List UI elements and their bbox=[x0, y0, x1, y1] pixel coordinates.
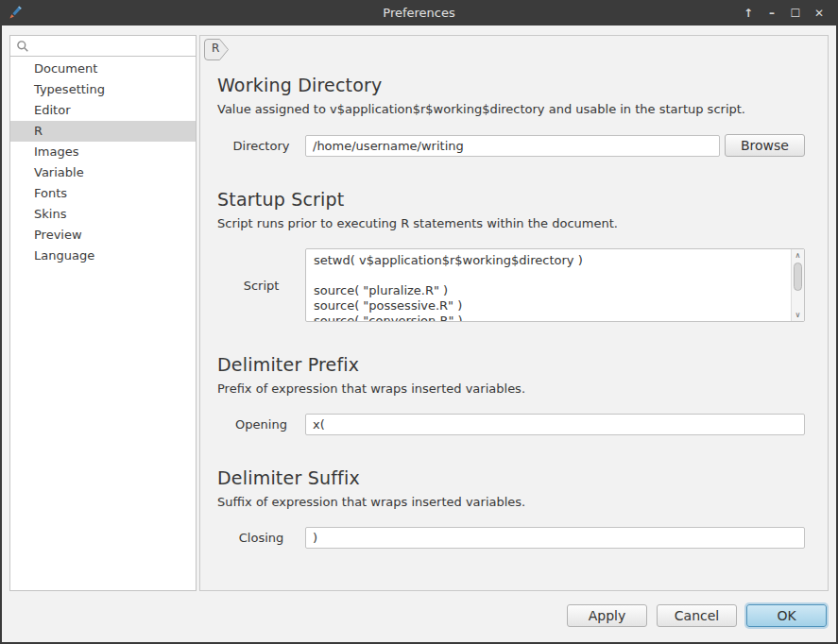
scrollbar-thumb[interactable] bbox=[794, 263, 802, 291]
search-icon bbox=[16, 40, 29, 53]
dialog-footer: Apply Cancel OK bbox=[2, 591, 836, 640]
section-desc-delimiter-suffix: Suffix of expression that wraps inserted… bbox=[217, 495, 805, 509]
settings-nav: Document Typesetting Editor R Images Var… bbox=[10, 57, 196, 266]
sidebar-item-typesetting[interactable]: Typesetting bbox=[10, 79, 196, 100]
script-label: Script bbox=[217, 279, 305, 293]
section-title-delimiter-prefix: Delimiter Prefix bbox=[217, 354, 805, 375]
closing-row: Closing bbox=[217, 527, 805, 549]
sidebar-item-document[interactable]: Document bbox=[10, 59, 196, 79]
titlebar[interactable]: Preferences ↑ – ☐ ✕ bbox=[0, 0, 838, 25]
sidebar-item-language[interactable]: Language bbox=[10, 246, 196, 266]
closing-input[interactable] bbox=[305, 527, 805, 549]
cancel-button[interactable]: Cancel bbox=[657, 604, 737, 627]
script-row: Script setwd( v$application$r$working$di… bbox=[217, 248, 805, 322]
script-textarea[interactable]: setwd( v$application$r$working$directory… bbox=[306, 249, 791, 321]
shade-icon[interactable]: ↑ bbox=[741, 6, 756, 21]
window-title: Preferences bbox=[0, 6, 838, 20]
search-box[interactable] bbox=[10, 36, 196, 57]
apply-button[interactable]: Apply bbox=[567, 604, 647, 627]
section-title-working-directory: Working Directory bbox=[217, 75, 805, 95]
directory-row: Directory Browse bbox=[217, 134, 805, 157]
tab-r-label: R bbox=[212, 42, 219, 55]
search-input[interactable] bbox=[29, 39, 190, 53]
script-scrollbar[interactable]: ∧ ∨ bbox=[791, 249, 804, 321]
scroll-down-icon[interactable]: ∨ bbox=[792, 309, 804, 321]
sidebar-item-editor[interactable]: Editor bbox=[10, 100, 196, 121]
section-desc-working-directory: Value assigned to v$application$r$workin… bbox=[217, 102, 805, 116]
close-icon[interactable]: ✕ bbox=[812, 6, 827, 21]
opening-row: Opening bbox=[217, 414, 805, 435]
section-desc-delimiter-prefix: Prefix of expression that wraps inserted… bbox=[217, 381, 805, 396]
sidebar: Document Typesetting Editor R Images Var… bbox=[9, 35, 197, 591]
section-title-delimiter-suffix: Delimiter Suffix bbox=[217, 467, 805, 488]
browse-button[interactable]: Browse bbox=[725, 134, 805, 157]
preferences-window: Preferences ↑ – ☐ ✕ Document Typesetting… bbox=[0, 0, 838, 644]
sidebar-item-variable[interactable]: Variable bbox=[10, 162, 196, 183]
maximize-icon[interactable]: ☐ bbox=[788, 6, 803, 21]
ok-button[interactable]: OK bbox=[746, 604, 827, 627]
app-pen-icon bbox=[7, 5, 23, 21]
sidebar-item-preview[interactable]: Preview bbox=[10, 225, 196, 246]
scroll-up-icon[interactable]: ∧ bbox=[792, 249, 804, 262]
opening-label: Opening bbox=[217, 417, 305, 432]
sidebar-item-images[interactable]: Images bbox=[10, 142, 196, 162]
opening-input[interactable] bbox=[305, 414, 805, 435]
sidebar-item-fonts[interactable]: Fonts bbox=[10, 183, 196, 204]
tab-r[interactable]: R bbox=[204, 39, 230, 60]
section-desc-startup-script: Script runs prior to executing R stateme… bbox=[217, 216, 805, 230]
minimize-icon[interactable]: – bbox=[764, 6, 779, 21]
closing-label: Closing bbox=[217, 531, 305, 545]
sidebar-item-r[interactable]: R bbox=[10, 121, 196, 142]
script-editor: setwd( v$application$r$working$directory… bbox=[305, 248, 805, 322]
section-title-startup-script: Startup Script bbox=[217, 189, 805, 210]
sidebar-item-skins[interactable]: Skins bbox=[10, 204, 196, 225]
settings-panel-r: R Working Directory Value assigned to v$… bbox=[199, 35, 829, 591]
directory-label: Directory bbox=[217, 139, 305, 153]
directory-input[interactable] bbox=[305, 135, 720, 157]
window-controls: ↑ – ☐ ✕ bbox=[741, 6, 838, 21]
